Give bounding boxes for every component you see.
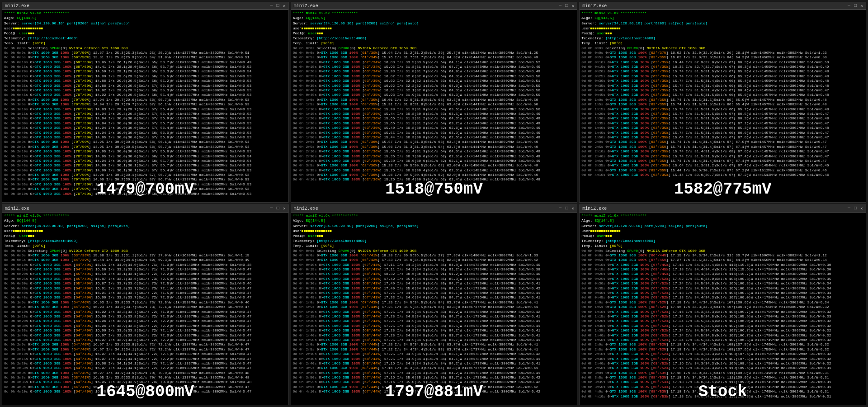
title-5: miniZ.exe [294,206,318,211]
panel-1582: miniZ.exe ─ □ ✕ ***** miniZ v1.6x ******… [579,2,866,203]
minimize-icon[interactable]: ─ [559,206,561,211]
title-bar-6: miniZ.exe ─ □ ✕ [580,205,866,213]
controls-3: ─ □ ✕ [848,3,863,9]
maximize-icon[interactable]: □ [854,3,857,9]
terminal-content-6: ***** miniZ v1.6x ************ Algo: EQ[… [580,213,866,405]
close-icon[interactable]: ✕ [860,3,863,9]
minimize-icon[interactable]: ─ [270,3,273,9]
controls-5: ─ □ ✕ [559,206,574,211]
maximize-icon[interactable]: □ [565,206,568,211]
title-bar-1: miniZ.exe ─ □ ✕ [2,2,288,10]
close-icon[interactable]: ✕ [571,206,574,211]
title-bar-3: miniZ.exe ─ □ ✕ [580,2,866,10]
panel-1479: miniZ.exe ─ □ ✕ ***** miniZ v1.6x ******… [2,2,289,203]
minimize-icon[interactable]: ─ [559,3,561,9]
terminal-content-5: ***** miniZ v1.6x ************ Algo: EQ[… [291,213,577,405]
title-bar-2: miniZ.exe ─ □ ✕ [291,2,577,10]
title-1: miniZ.exe [5,4,29,9]
close-icon[interactable]: ✕ [283,206,286,211]
title-3: miniZ.exe [582,4,607,9]
minimize-icon[interactable]: ─ [848,206,850,211]
panel-1797: miniZ.exe ─ □ ✕ ***** miniZ v1.6x ******… [291,204,578,405]
maximize-icon[interactable]: □ [565,3,568,9]
maximize-icon[interactable]: □ [277,3,279,9]
title-6: miniZ.exe [582,206,607,211]
controls-1: ─ □ ✕ [270,3,286,9]
title-2: miniZ.exe [294,4,318,9]
close-icon[interactable]: ✕ [860,206,863,211]
panel-1645: miniZ.exe ─ □ ✕ ***** miniZ v1.6x ******… [2,204,289,405]
title-bar-4: miniZ.exe ─ □ ✕ [2,205,288,213]
terminal-content-3: ***** miniZ v1.6x ************ Algo: EQ[… [580,10,866,202]
close-icon[interactable]: ✕ [283,3,286,9]
minimize-icon[interactable]: ─ [270,206,273,211]
title-4: miniZ.exe [5,206,29,211]
minimize-icon[interactable]: ─ [848,3,850,9]
controls-2: ─ □ ✕ [559,3,574,9]
maximize-icon[interactable]: □ [854,206,857,211]
terminal-content-4: ***** miniZ v1.6x ************ Algo: EQ[… [2,213,288,405]
terminal-content-2: ***** miniZ v1.6x ************ Algo: EQ[… [291,10,577,202]
controls-4: ─ □ ✕ [270,206,286,211]
title-bar-5: miniZ.exe ─ □ ✕ [291,205,577,213]
controls-6: ─ □ ✕ [848,206,863,211]
terminal-content-1: ***** miniZ v1.6x ************ Algo: EQ[… [2,10,288,202]
panel-stock: miniZ.exe ─ □ ✕ ***** miniZ v1.6x ******… [579,204,866,405]
close-icon[interactable]: ✕ [571,3,574,9]
maximize-icon[interactable]: □ [277,206,279,211]
panel-1518: miniZ.exe ─ □ ✕ ***** miniZ v1.6x ******… [291,2,578,203]
